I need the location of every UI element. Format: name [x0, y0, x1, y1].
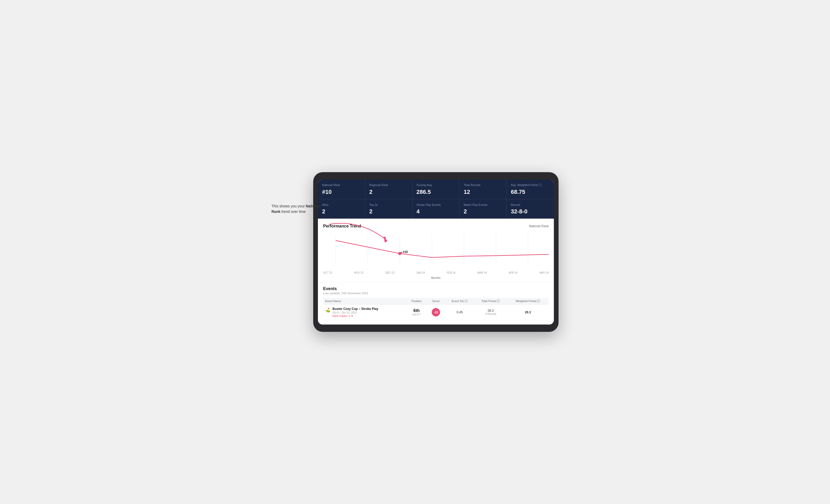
- event-total-points-cell: 28.3 3 Rounds: [474, 304, 507, 320]
- stat-label-national-rank: National Rank: [322, 183, 361, 187]
- stat-value-wins: 2: [322, 208, 361, 215]
- stat-value-regional-rank: 2: [369, 189, 408, 195]
- tablet-frame: National Rank #10 Regional Rank 2 Scorin…: [313, 172, 558, 332]
- annotation-text-after: trend over time: [280, 209, 306, 214]
- svg-text:#10: #10: [403, 250, 408, 254]
- stat-label-avg-weighted-points: Avg. Weighted Points ⓘ: [511, 183, 550, 187]
- col-label-position: Position: [411, 300, 421, 303]
- col-label-event-name: Event Name: [325, 300, 341, 303]
- events-title: Events: [323, 287, 549, 291]
- x-label-oct23: OCT 23: [323, 271, 332, 274]
- col-info-event-sg: Event SG ⓘ: [452, 300, 468, 303]
- info-icon-event-sg: ⓘ: [465, 300, 468, 303]
- col-weighted-points: Weighted Points ⓘ: [507, 298, 549, 304]
- stat-label-top3s: Top 3s: [369, 203, 408, 207]
- stat-label-regional-rank: Regional Rank: [369, 183, 408, 187]
- col-event-name: Event Name: [323, 298, 406, 304]
- event-name-inner: ⛳ Buster Cozy Cup – Stroke Play Oct 9 – …: [325, 307, 404, 317]
- events-table: Event Name Position Score Event SG ⓘ: [323, 298, 549, 321]
- event-weighted-points-value: 28.3: [525, 310, 531, 314]
- x-label-mar24: MAR 24: [477, 271, 487, 274]
- x-label-dec23: DEC 23: [385, 271, 394, 274]
- stat-label-match-play-events: Match Play Events: [464, 203, 502, 207]
- col-label-score: Score: [432, 300, 440, 303]
- stat-value-stroke-play-events: 4: [417, 208, 455, 215]
- stats-row2: Wins 2 Top 3s 2 Stroke Play Events 4 Mat…: [318, 199, 554, 219]
- col-event-sg: Event SG ⓘ: [445, 298, 474, 304]
- event-position-value: 6th: [408, 308, 425, 313]
- x-label-apr24: APR 24: [509, 271, 518, 274]
- event-position-cell: 6th out of 7: [406, 304, 427, 320]
- col-score: Score: [427, 298, 445, 304]
- table-row: ⛳ Buster Cozy Cup – Stroke Play Oct 9 – …: [323, 304, 549, 320]
- event-position-of: out of 7: [408, 313, 425, 316]
- chart-axis-label: Months: [323, 276, 549, 279]
- x-label-nov23: NOV 23: [354, 271, 363, 274]
- stat-label-scoring-avg: Scoring Avg.: [417, 183, 455, 187]
- event-sg-cell: 0.45: [445, 304, 474, 320]
- stat-label-record: Record: [511, 203, 550, 207]
- col-info-total-points: Total Points ⓘ: [481, 300, 500, 303]
- stat-value-record: 32-8-0: [511, 208, 550, 215]
- tablet-screen: National Rank #10 Regional Rank 2 Scorin…: [318, 179, 554, 325]
- outer-wrapper: This shows you your National Rank trend …: [272, 172, 558, 332]
- event-total-points-value: 28.3: [476, 309, 505, 312]
- event-rank-impact: Rank Impact: 3 ▼: [332, 314, 378, 317]
- chart-x-labels: OCT 23 NOV 23 DEC 23 JAN 24 FEB 24 MAR 2…: [323, 270, 549, 275]
- chart-container: #10: [323, 233, 549, 269]
- stat-value-national-rank: #10: [322, 189, 361, 195]
- event-info: Buster Cozy Cup – Stroke Play Oct 9 – Oc…: [332, 307, 378, 317]
- event-golf-icon: ⛳: [325, 308, 330, 312]
- stat-national-rank: National Rank #10: [318, 179, 365, 199]
- info-icon-total-points: ⓘ: [497, 300, 500, 303]
- event-weighted-points-cell: 28.3: [507, 304, 549, 320]
- stat-wins: Wins 2: [318, 199, 365, 219]
- performance-chart: #10: [323, 233, 549, 269]
- event-date-text: Oct 9 – Oct 10, 2023: [332, 311, 378, 314]
- perf-header: Performance Trend National Rank: [323, 224, 549, 229]
- events-last-updated: Last updated: 24th November 2023: [323, 292, 549, 295]
- stat-total-rounds: Total Rounds 12: [459, 179, 507, 199]
- col-info-weighted-points: Weighted Points ⓘ: [515, 300, 540, 303]
- annotation-text-before: This shows you your: [272, 204, 306, 208]
- event-total-points-detail: 3 Rounds: [476, 312, 505, 315]
- events-table-body: ⛳ Buster Cozy Cup – Stroke Play Oct 9 – …: [323, 304, 549, 320]
- annotation: This shows you your National Rank trend …: [272, 203, 324, 214]
- x-label-may24: MAY 24: [540, 271, 549, 274]
- event-sg-value: 0.45: [456, 310, 462, 314]
- performance-right-label: National Rank: [529, 224, 549, 228]
- performance-title: Performance Trend: [323, 224, 361, 229]
- stat-top3s: Top 3s 2: [365, 199, 412, 219]
- x-label-jan24: JAN 24: [416, 271, 425, 274]
- stats-header-row1: National Rank #10 Regional Rank 2 Scorin…: [318, 179, 554, 199]
- stat-record: Record 32-8-0: [507, 199, 554, 219]
- info-icon-weighted-points: ⓘ: [537, 300, 540, 303]
- event-score-cell: -22: [427, 304, 445, 320]
- stat-value-avg-weighted-points: 68.75: [511, 189, 550, 195]
- stat-value-top3s: 2: [369, 208, 408, 215]
- event-name-cell: ⛳ Buster Cozy Cup – Stroke Play Oct 9 – …: [323, 304, 406, 320]
- stat-match-play-events: Match Play Events 2: [459, 199, 507, 219]
- stat-value-scoring-avg: 286.5: [417, 189, 455, 195]
- stat-avg-weighted-points: Avg. Weighted Points ⓘ 68.75: [507, 179, 554, 199]
- col-position: Position: [406, 298, 427, 304]
- event-score-badge: -22: [432, 308, 440, 316]
- stat-regional-rank: Regional Rank 2: [365, 179, 412, 199]
- stat-label-total-rounds: Total Rounds: [464, 183, 502, 187]
- stat-value-total-rounds: 12: [464, 189, 502, 195]
- stat-label-stroke-play-events: Stroke Play Events: [417, 203, 455, 207]
- events-header-row: Event Name Position Score Event SG ⓘ: [323, 298, 549, 304]
- event-name-text: Buster Cozy Cup – Stroke Play: [332, 307, 378, 311]
- events-section: Events Last updated: 24th November 2023 …: [318, 282, 554, 325]
- stat-label-wins: Wins: [322, 203, 361, 207]
- performance-section: Performance Trend National Rank: [318, 219, 554, 282]
- stat-scoring-avg: Scoring Avg. 286.5: [412, 179, 459, 199]
- svg-point-10: [401, 252, 402, 253]
- events-table-header: Event Name Position Score Event SG ⓘ: [323, 298, 549, 304]
- x-label-feb24: FEB 24: [447, 271, 455, 274]
- stat-stroke-play-events: Stroke Play Events 4: [412, 199, 459, 219]
- col-total-points: Total Points ⓘ: [474, 298, 507, 304]
- stat-value-match-play-events: 2: [464, 208, 502, 215]
